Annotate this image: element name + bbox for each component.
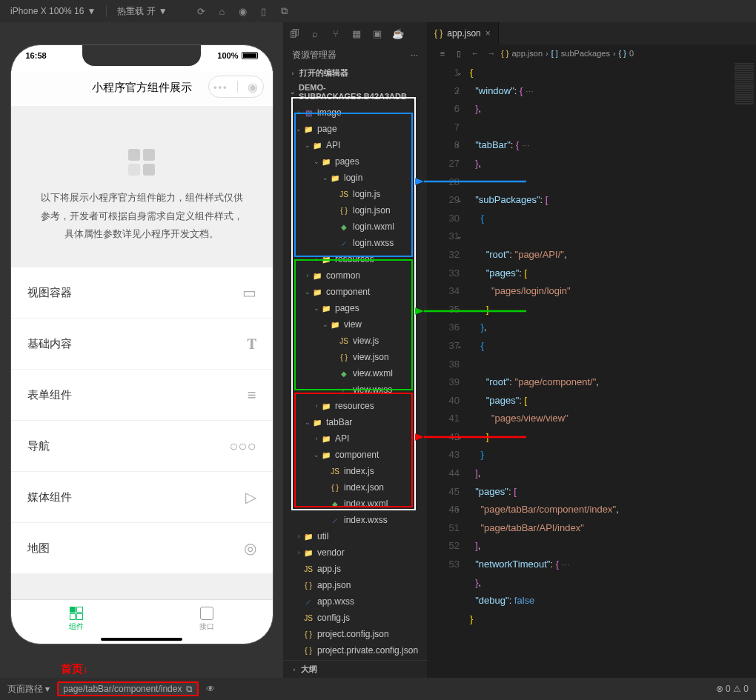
branch-icon[interactable]: ⑂: [329, 28, 342, 39]
tab-api-icon: [200, 607, 213, 620]
search-icon[interactable]: ⌕: [308, 28, 322, 39]
hot-reload-toggle[interactable]: 热重载 开 ▼: [113, 5, 171, 18]
bookmark-icon[interactable]: ▯: [452, 49, 465, 59]
statusbar: 页面路径 ▾ page/tabBar/component/index ⧉ 👁 ⊗…: [0, 678, 756, 700]
device-icon[interactable]: ▯: [255, 2, 273, 20]
list-item[interactable]: 导航○○○: [11, 421, 273, 471]
capsule-more-icon[interactable]: •••: [213, 81, 228, 93]
module-icon[interactable]: ▦: [350, 28, 363, 39]
tree-item[interactable]: ›📁util: [283, 528, 427, 544]
explorer-toolbar: 🗐 ⌕ ⑂ ▦ ▣ ☕: [283, 22, 427, 44]
back-icon[interactable]: ←: [468, 49, 482, 58]
more-icon[interactable]: ···: [411, 50, 418, 60]
tab-component[interactable]: 组件: [11, 600, 142, 638]
device-select[interactable]: iPhone X 100% 16 ▼: [6, 6, 100, 16]
forward-icon[interactable]: →: [485, 49, 498, 58]
tab-api[interactable]: 接口: [142, 600, 273, 638]
tree-item[interactable]: ⟋index.wxss: [283, 512, 427, 528]
error-count[interactable]: ⊗ 0 ⚠ 0: [716, 684, 749, 694]
copy-icon[interactable]: ⧉: [186, 684, 193, 694]
tree-item[interactable]: ⟋app.wxss: [283, 593, 427, 610]
json-file-icon: { }: [434, 28, 442, 39]
editor-pane: { } app.json × ≡ ▯ ← → { }app.json › [ ]…: [427, 22, 756, 678]
intro-text: 以下将展示小程序官方组件能力，组件样式仅供参考，开发者可根据自身需求自定义组件样…: [33, 189, 251, 244]
list-item[interactable]: 地图◎: [11, 523, 273, 573]
tab-component-icon: [70, 607, 83, 620]
home-annotation: 首页↓: [61, 662, 89, 676]
list-item[interactable]: 视图容器▭: [11, 267, 273, 318]
outline-section[interactable]: ›大纲: [283, 660, 427, 678]
intro-icon: [128, 149, 155, 176]
tree-item[interactable]: ›📁vendor: [283, 544, 427, 561]
phone-statusbar: 16:58 100%: [11, 51, 273, 60]
phone-tabbar: 组件 接口: [11, 599, 273, 638]
explorer-header: 资源管理器 ···: [283, 44, 427, 65]
page-path-input[interactable]: page/tabBar/component/index ⧉: [57, 681, 199, 696]
refresh-icon[interactable]: ⟳: [193, 2, 210, 20]
toc-icon[interactable]: ≡: [436, 49, 449, 58]
close-icon[interactable]: ×: [485, 28, 491, 39]
phone-capsule[interactable]: ••• ◉: [208, 76, 264, 98]
list-item[interactable]: 表单组件≡: [11, 370, 273, 420]
editor-tabbar: { } app.json ×: [427, 22, 756, 44]
annotation-red: [294, 393, 413, 507]
home-icon[interactable]: ⌂: [213, 2, 231, 20]
home-indicator: [101, 638, 182, 641]
run-icon[interactable]: ☕: [391, 28, 405, 39]
tree-item[interactable]: { }app.json: [283, 577, 427, 593]
phone-frame: 16:58 100% 小程序官方组件展示 ••• ◉ 以下将展示小程序官方组件能…: [10, 44, 273, 644]
files-icon[interactable]: 🗐: [288, 28, 301, 39]
path-label: 页面路径 ▾: [7, 683, 50, 696]
code-editor[interactable]: 1⌄2›678›272829⌄3031⌄32333435⌄3637⌄383940…: [427, 62, 756, 678]
breadcrumb[interactable]: ≡ ▯ ← → { }app.json › [ ] subPackages › …: [427, 44, 756, 62]
capsule-close-icon[interactable]: ◉: [248, 80, 258, 94]
annotation-green: [294, 259, 413, 390]
ext-icon[interactable]: ▣: [371, 28, 384, 39]
eye-icon[interactable]: 👁: [206, 684, 215, 694]
tree-item[interactable]: JSapp.js: [283, 561, 427, 577]
list-item[interactable]: 媒体组件▷: [11, 472, 273, 522]
minimap[interactable]: [732, 62, 756, 678]
popout-icon[interactable]: ⧉: [276, 2, 294, 20]
mute-icon[interactable]: ◉: [234, 2, 252, 20]
annotation-blue: [294, 113, 413, 257]
list-item[interactable]: 基础内容𝐓: [11, 319, 273, 369]
tree-item[interactable]: JSconfig.js: [283, 610, 427, 626]
simulator-pane: 16:58 100% 小程序官方组件展示 ••• ◉ 以下将展示小程序官方组件能…: [0, 22, 283, 678]
tree-item[interactable]: { }project.config.json: [283, 626, 427, 642]
tab-app-json[interactable]: { } app.json ×: [427, 22, 499, 44]
open-editors-section[interactable]: ›打开的编辑器: [283, 65, 427, 81]
top-toolbar: iPhone X 100% 16 ▼ 热重载 开 ▼ ⟳ ⌂ ◉ ▯ ⧉: [0, 0, 756, 22]
tree-item[interactable]: { }project.private.config.json: [283, 642, 427, 659]
